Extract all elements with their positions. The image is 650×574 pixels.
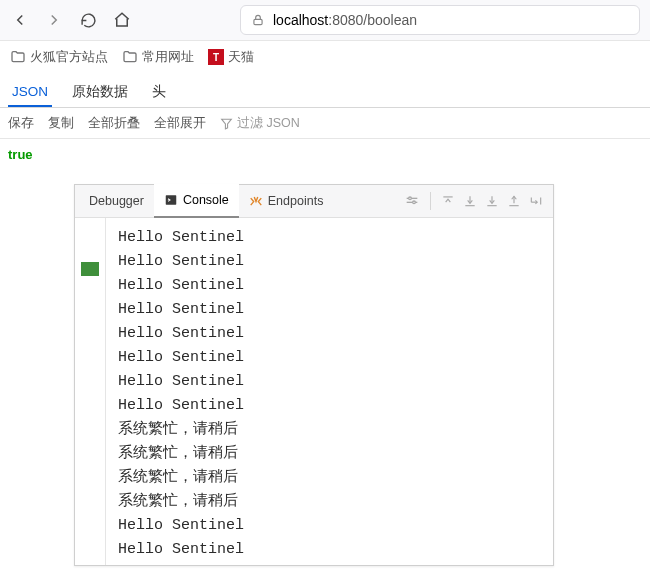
- copy-action[interactable]: 复制: [48, 115, 74, 132]
- console-line: Hello Sentinel: [118, 274, 541, 298]
- home-button[interactable]: [112, 10, 132, 30]
- filter-json-input[interactable]: 过滤 JSON: [220, 115, 300, 132]
- console-line: 系统繁忙，请稍后: [118, 442, 541, 466]
- console-line: Hello Sentinel: [118, 346, 541, 370]
- tab-console[interactable]: Console: [154, 184, 239, 218]
- svg-rect-2: [166, 195, 177, 204]
- tab-raw-data[interactable]: 原始数据: [68, 79, 132, 107]
- forward-button[interactable]: [44, 10, 64, 30]
- url-bar[interactable]: localhost:8080/boolean: [240, 5, 640, 35]
- ide-tool-buttons: [404, 192, 549, 210]
- bookmark-label: 天猫: [228, 49, 254, 66]
- console-line: 系统繁忙，请稍后: [118, 490, 541, 514]
- json-body: true: [0, 139, 650, 172]
- reload-button[interactable]: [78, 10, 98, 30]
- json-viewer-tabs: JSON 原始数据 头: [0, 73, 650, 108]
- bookmark-item[interactable]: T 天猫: [208, 49, 254, 66]
- filter-placeholder: 过滤 JSON: [237, 115, 300, 132]
- settings-icon[interactable]: [404, 193, 420, 209]
- tab-endpoints[interactable]: Endpoints: [239, 185, 334, 217]
- svg-point-6: [413, 201, 416, 204]
- back-button[interactable]: [10, 10, 30, 30]
- console-line: Hello Sentinel: [118, 250, 541, 274]
- console-icon: [164, 193, 178, 207]
- filter-icon: [220, 117, 233, 130]
- console-line: Hello Sentinel: [118, 514, 541, 538]
- json-viewer-toolbar: 保存 复制 全部折叠 全部展开 过滤 JSON: [0, 108, 650, 139]
- console-line: Hello Sentinel: [118, 226, 541, 250]
- gutter: [75, 218, 106, 565]
- ide-panel: Debugger Console Endpoints: [74, 184, 554, 566]
- console-line: Hello Sentinel: [118, 298, 541, 322]
- endpoints-icon: [249, 194, 263, 208]
- url-text: localhost:8080/boolean: [273, 12, 629, 28]
- tab-json[interactable]: JSON: [8, 80, 52, 107]
- svg-marker-1: [222, 119, 232, 129]
- download-icon[interactable]: [485, 194, 499, 208]
- console-output: Hello SentinelHello SentinelHello Sentin…: [106, 218, 553, 565]
- console-line: 系统繁忙，请稍后: [118, 418, 541, 442]
- folder-icon: [122, 49, 138, 65]
- svg-point-5: [409, 197, 412, 200]
- separator-icon: [430, 192, 431, 210]
- wrap-icon[interactable]: [529, 194, 543, 208]
- bookmark-label: 火狐官方站点: [30, 49, 108, 66]
- bookmark-label: 常用网址: [142, 49, 194, 66]
- console-line: Hello Sentinel: [118, 538, 541, 562]
- tmall-favicon-icon: T: [208, 49, 224, 65]
- upload-icon[interactable]: [507, 194, 521, 208]
- tab-headers[interactable]: 头: [148, 79, 170, 107]
- svg-rect-0: [254, 19, 262, 24]
- bookmarks-bar: 火狐官方站点 常用网址 T 天猫: [0, 41, 650, 73]
- json-value: true: [8, 147, 33, 162]
- scroll-top-icon[interactable]: [441, 194, 455, 208]
- lock-icon: [251, 13, 265, 27]
- ide-tabs: Debugger Console Endpoints: [75, 185, 553, 218]
- collapse-all-action[interactable]: 全部折叠: [88, 115, 140, 132]
- console-line: Hello Sentinel: [118, 370, 541, 394]
- folder-icon: [10, 49, 26, 65]
- expand-all-action[interactable]: 全部展开: [154, 115, 206, 132]
- save-action[interactable]: 保存: [8, 115, 34, 132]
- download-icon[interactable]: [463, 194, 477, 208]
- console-line: Hello Sentinel: [118, 322, 541, 346]
- tab-debugger[interactable]: Debugger: [79, 185, 154, 217]
- bookmark-item[interactable]: 火狐官方站点: [10, 49, 108, 66]
- bookmark-item[interactable]: 常用网址: [122, 49, 194, 66]
- console-line: 系统繁忙，请稍后: [118, 466, 541, 490]
- console-line: Hello Sentinel: [118, 394, 541, 418]
- browser-chrome: localhost:8080/boolean: [0, 0, 650, 41]
- gutter-marker-icon: [81, 262, 99, 276]
